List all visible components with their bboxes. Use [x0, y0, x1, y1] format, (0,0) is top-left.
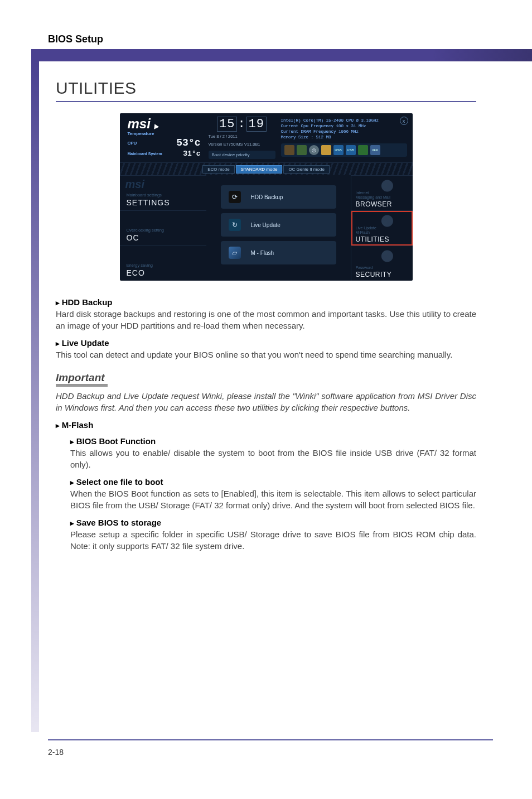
center-menu: ⟳ HDD Backup ↻ Live Update ▱ M - Flash [206, 175, 351, 281]
item-mflash[interactable]: ▱ M - Flash [221, 241, 336, 264]
tile-eco-label: ECO [127, 268, 200, 277]
cpu-info-4: Memory Size : 512 MB [281, 134, 407, 140]
cpu-info-1: Intel(R) Core(TM) i5-2400 CPU @ 3.10GHz [281, 118, 407, 123]
tile-settings[interactable]: msi Mainboard settings SETTINGS [120, 175, 206, 210]
tile-browser[interactable]: Internet Messaging and Mail BROWSER [351, 175, 413, 210]
cpu-info-2: Current Cpu Frequency 100 x 31 MHz [281, 123, 407, 129]
hdd-backup-icon: ⟳ [229, 191, 241, 203]
clock-block: 15:19 Tue 8 / 2 / 2011 Version E7750IMS … [206, 113, 278, 162]
title-underline [56, 101, 476, 102]
cursor-icon [152, 123, 159, 129]
heading-hdd-backup: HDD Backup [56, 297, 476, 307]
important-underline [56, 384, 108, 386]
boot-device-icons: ◎ USB USB UEFI [281, 143, 407, 157]
cpu-label: CPU [128, 141, 137, 146]
cpu-info-3: Current DRAM Frequency 1066 MHz [281, 129, 407, 134]
heading-save-bios: Save BIOS to storage [70, 518, 476, 527]
tile-security-sub: Password [356, 266, 408, 270]
mode-eco[interactable]: ECO mode [202, 165, 235, 174]
item-hdd-backup[interactable]: ⟳ HDD Backup [221, 185, 336, 209]
content-area: UTILITIES x msi Temperature CPU 53°c Mai… [56, 75, 476, 557]
clock-hour: 15 [217, 117, 237, 132]
header-strip [31, 49, 532, 61]
page-title: UTILITIES [56, 79, 476, 98]
close-icon[interactable]: x [400, 117, 408, 125]
clock-minute: 19 [246, 117, 267, 132]
item-live-update[interactable]: ↻ Live Update [221, 213, 336, 237]
boot-device-chip-icon[interactable] [358, 145, 368, 155]
text-hdd-backup: Hard disk storage backups and restoring … [56, 308, 476, 331]
manual-page: BIOS Setup UTILITIES x msi Temperature C… [0, 0, 532, 799]
left-gradient-bar [31, 61, 39, 732]
mflash-icon: ▱ [229, 247, 241, 259]
footer-line [48, 739, 493, 740]
item-live-update-label: Live Update [251, 222, 280, 228]
boot-device-cd-icon[interactable]: ◎ [309, 145, 319, 155]
boot-priority-row[interactable]: Boot device priority [209, 151, 275, 159]
tile-security[interactable]: Password SECURITY [351, 246, 413, 281]
text-live-update: This tool can detect and update your BIO… [56, 349, 476, 360]
bios-screenshot: x msi Temperature CPU 53°c Mainboard Sys… [120, 113, 413, 281]
tile-browser-label: BROWSER [356, 200, 408, 208]
shot-main: msi Mainboard settings SETTINGS Overcloc… [120, 175, 413, 281]
tile-oc-sub: Overclocking setting [127, 228, 200, 233]
text-bios-boot: This allows you to enable/ disable the s… [70, 447, 476, 470]
right-nav-tiles: Internet Messaging and Mail BROWSER Live… [351, 175, 413, 281]
tile-utilities-label: UTILITIES [356, 235, 408, 243]
clock: 15:19 [209, 117, 275, 132]
brand-block: msi Temperature CPU 53°c Mainboard Syste… [120, 113, 206, 162]
mode-ocgenie[interactable]: OC Genie II mode [283, 165, 329, 174]
tile-oc[interactable]: Overclocking setting OC [120, 210, 206, 246]
heading-select-one: Select one file to boot [70, 477, 476, 487]
boot-priority-label: Boot device priority [212, 152, 250, 157]
temperature-label: Temperature [128, 131, 154, 136]
utilities-art-icon [356, 214, 408, 231]
mode-standard[interactable]: STANDARD mode [236, 165, 283, 174]
tile-oc-label: OC [127, 233, 200, 242]
heading-live-update: Live Update [56, 338, 476, 348]
boot-device-usb1-icon[interactable]: USB [333, 145, 344, 155]
mainboard-temp-value: 31°c [183, 150, 200, 158]
msi-logo: msi [128, 118, 201, 130]
item-mflash-label: M - Flash [251, 250, 274, 256]
important-label: Important [56, 372, 105, 384]
heading-bios-boot: BIOS Boot Function [70, 436, 476, 446]
page-number: 2-18 [48, 748, 64, 757]
date-line: Tue 8 / 2 / 2011 [209, 133, 275, 139]
text-save-bios: Please setup a specific folder in specif… [70, 528, 476, 552]
cpu-temp-value: 53°c [176, 137, 200, 148]
boot-device-uefi-icon[interactable]: UEFI [370, 145, 380, 155]
item-hdd-backup-label: HDD Backup [251, 194, 283, 200]
version-line: Version E7750IMS V11.0B1 [209, 141, 275, 147]
text-select-one: When the BIOS Boot function as sets to [… [70, 488, 476, 511]
security-art-icon [356, 249, 408, 266]
browser-art-icon [356, 179, 408, 196]
running-header: BIOS Setup [48, 33, 103, 45]
tile-security-label: SECURITY [356, 271, 408, 278]
tile-settings-label: SETTINGS [127, 198, 200, 207]
left-nav-tiles: msi Mainboard settings SETTINGS Overcloc… [120, 175, 206, 281]
tile-eco[interactable]: Energy saving ECO [120, 246, 206, 281]
tile-utilities[interactable]: Live Update M-Flash UTILITIES [351, 210, 413, 246]
mode-strip: ECO mode STANDARD mode OC Genie II mode [120, 163, 413, 175]
boot-device-usb2-icon[interactable]: USB [346, 145, 356, 155]
live-update-icon: ↻ [229, 219, 241, 231]
sysinfo-block: Intel(R) Core(TM) i5-2400 CPU @ 3.10GHz … [278, 113, 413, 162]
boot-device-hdd-icon[interactable] [284, 145, 294, 155]
shot-top-bar: msi Temperature CPU 53°c Mainboard Syste… [120, 113, 413, 163]
boot-device-hdd2-icon[interactable] [297, 145, 307, 155]
tile-settings-sub: Mainboard settings [127, 192, 200, 198]
heading-mflash: M-Flash [56, 420, 476, 430]
tile-eco-sub: Energy saving [127, 263, 200, 268]
mainboard-label: Mainboard System [128, 152, 162, 156]
boot-device-folder-icon[interactable] [321, 145, 331, 155]
important-underline2 [56, 386, 108, 387]
text-important: HDD Backup and Live Update request Winki… [56, 390, 476, 413]
msi-ghost-logo: msi [125, 178, 201, 191]
